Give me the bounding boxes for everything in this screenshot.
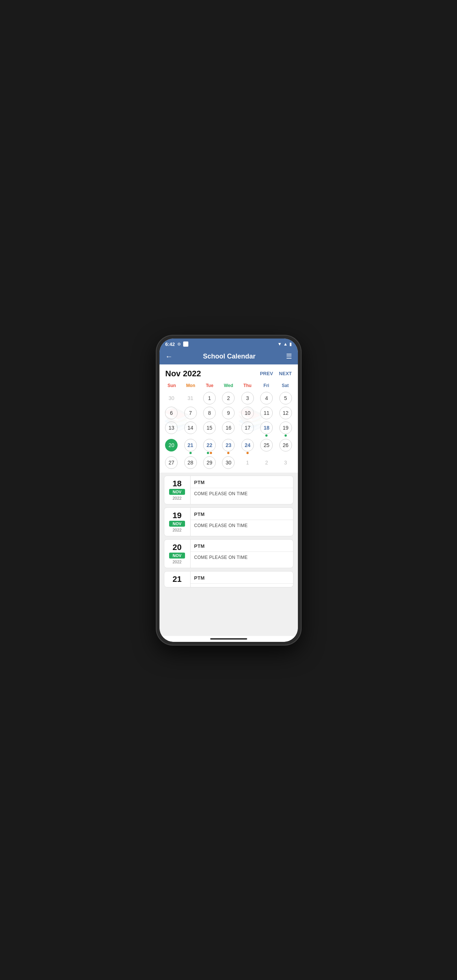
day-cell-6[interactable]: 6 [162, 406, 181, 420]
event-title-row: PTM [190, 508, 293, 520]
day-cell-2[interactable]: 2 [219, 391, 238, 405]
day-number: 29 [203, 456, 216, 469]
event-desc: COME PLEASE ON TIME [190, 520, 293, 531]
day-cell-21[interactable]: 21 [181, 438, 200, 455]
day-cell-15[interactable]: 15 [200, 421, 218, 438]
event-desc: COME PLEASE ON TIME [190, 488, 293, 499]
prev-button[interactable]: PREV [260, 371, 273, 376]
day-number: 11 [260, 407, 273, 419]
day-cell-5[interactable]: 5 [276, 391, 295, 405]
day-cell-26[interactable]: 26 [276, 438, 295, 455]
event-card-19[interactable]: 19 NOV 2022 PTM COME PLEASE ON TIME [164, 508, 294, 536]
event-card-18[interactable]: 18 NOV 2022 PTM COME PLEASE ON TIME [164, 476, 294, 504]
event-date-col: 19 NOV 2022 [164, 508, 190, 536]
event-content: PTM COME PLEASE ON TIME [190, 476, 293, 504]
dot-container [189, 452, 192, 454]
dot-container [246, 452, 249, 454]
day-cell-25[interactable]: 25 [257, 438, 276, 455]
month-year: Nov 2022 [165, 369, 201, 379]
battery-icon: ▮ [289, 342, 292, 347]
day-header-thu: Thu [238, 382, 257, 390]
day-number: 4 [260, 392, 273, 404]
day-number: 28 [184, 456, 197, 469]
day-cell-7[interactable]: 7 [181, 406, 200, 420]
phone-screen: 6:42 ⚙ ▼ ▲ ▮ ← School Calendar ☰ Nov 202… [159, 339, 298, 642]
status-time: 6:42 [165, 342, 175, 347]
day-number: 5 [279, 392, 292, 404]
day-header-sat: Sat [276, 382, 295, 390]
event-title-row: PTM [190, 539, 293, 552]
day-number: 16 [222, 422, 235, 434]
day-cell-11[interactable]: 11 [257, 406, 276, 420]
status-left: 6:42 ⚙ [165, 342, 188, 347]
event-month-badge: NOV [169, 553, 186, 558]
day-cell-13[interactable]: 13 [162, 421, 181, 438]
event-card-inner: 19 NOV 2022 PTM COME PLEASE ON TIME [164, 508, 293, 536]
event-day-num: 19 [173, 511, 181, 520]
nav-bar: ← School Calendar ☰ [159, 348, 298, 364]
day-cell-2-next[interactable]: 2 [257, 455, 276, 469]
day-cell-1-next[interactable]: 1 [238, 455, 256, 469]
event-month-badge: NOV [169, 521, 186, 527]
day-header-fri: Fri [257, 382, 276, 390]
day-cell-14[interactable]: 14 [181, 421, 200, 438]
event-card-21[interactable]: 21 PTM [164, 571, 294, 587]
day-cell-27[interactable]: 27 [162, 455, 181, 469]
day-number: 3 [241, 392, 254, 404]
dot-container [207, 452, 212, 454]
day-cell-8[interactable]: 8 [200, 406, 218, 420]
back-button[interactable]: ← [165, 352, 173, 361]
event-date-col: 18 NOV 2022 [164, 476, 190, 504]
next-button[interactable]: NEXT [279, 371, 292, 376]
day-cell-10[interactable]: 10 [238, 406, 256, 420]
day-number: 1 [241, 456, 254, 469]
day-cell-24[interactable]: 24 [238, 438, 256, 455]
day-number: 23 [222, 439, 235, 452]
green-dot [189, 452, 192, 454]
status-right: ▼ ▲ ▮ [278, 342, 292, 347]
event-date-col: 20 NOV 2022 [164, 539, 190, 568]
day-cell-1[interactable]: 1 [200, 391, 218, 405]
calendar-nav-buttons: PREV NEXT [260, 371, 292, 376]
day-cell-23[interactable]: 23 [219, 438, 238, 455]
event-month-badge: NOV [169, 489, 186, 495]
day-headers: Sun Mon Tue Wed Thu Fri Sat [159, 382, 298, 390]
day-number: 2 [222, 392, 235, 404]
day-cell-22[interactable]: 22 [200, 438, 218, 455]
day-number: 26 [279, 439, 292, 452]
day-header-sun: Sun [162, 382, 181, 390]
event-title-row: PTM [190, 476, 293, 488]
green-dot [284, 434, 287, 437]
day-cell-16[interactable]: 16 [219, 421, 238, 438]
day-cell-29[interactable]: 29 [200, 455, 218, 469]
day-cell-20[interactable]: 20 [162, 438, 181, 455]
day-number: 6 [165, 407, 178, 419]
square-icon [183, 342, 188, 347]
event-year: 2022 [173, 560, 181, 564]
calendar-grid: 30 31 1 2 3 4 5 [159, 390, 298, 473]
day-number: 24 [241, 439, 254, 452]
day-cell-18[interactable]: 18 [257, 421, 276, 438]
day-cell-30-prev[interactable]: 30 [162, 391, 181, 405]
day-cell-3-next[interactable]: 3 [276, 455, 295, 469]
menu-button[interactable]: ☰ [286, 352, 292, 360]
wifi-icon: ▼ [278, 342, 282, 347]
event-title: PTM [194, 575, 205, 581]
event-day-num: 20 [173, 543, 181, 552]
day-number-today: 20 [165, 439, 178, 452]
event-date-col: 21 [164, 571, 190, 587]
day-cell-28[interactable]: 28 [181, 455, 200, 469]
day-cell-17[interactable]: 17 [238, 421, 256, 438]
day-cell-19[interactable]: 19 [276, 421, 295, 438]
day-cell-9[interactable]: 9 [219, 406, 238, 420]
green-dot [265, 434, 268, 437]
dot-container [227, 452, 229, 454]
day-cell-4[interactable]: 4 [257, 391, 276, 405]
day-cell-31-prev[interactable]: 31 [181, 391, 200, 405]
event-card-inner: 21 PTM [164, 571, 293, 587]
day-number: 17 [241, 422, 254, 434]
day-cell-3[interactable]: 3 [238, 391, 256, 405]
day-cell-30[interactable]: 30 [219, 455, 238, 469]
day-cell-12[interactable]: 12 [276, 406, 295, 420]
event-card-20[interactable]: 20 NOV 2022 PTM COME PLEASE ON TIME [164, 539, 294, 568]
